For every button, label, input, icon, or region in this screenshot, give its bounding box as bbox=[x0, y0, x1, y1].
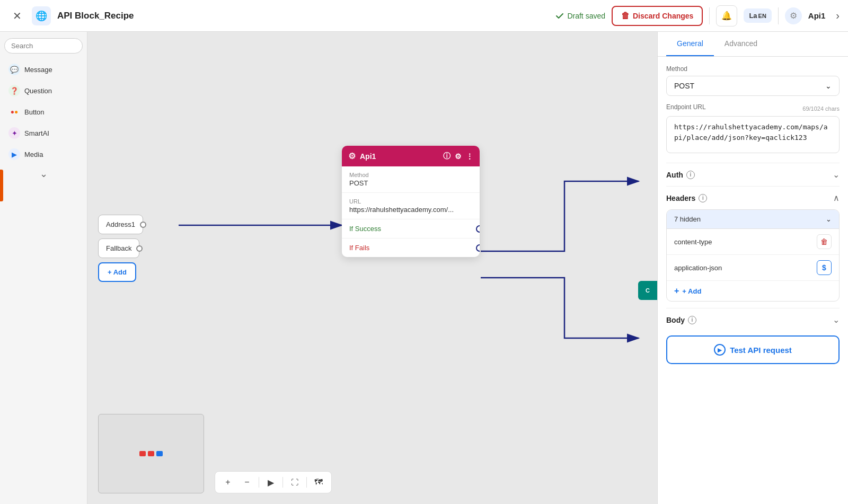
toolbar-separator3 bbox=[306, 477, 307, 488]
endpoint-label: Endpoint URL bbox=[666, 103, 706, 111]
test-api-request-button[interactable]: ▶ Test API request bbox=[666, 335, 840, 364]
sidebar-item-button[interactable]: ●● Button bbox=[4, 102, 83, 121]
message-icon: 💬 bbox=[8, 64, 20, 75]
minimap-block-blue bbox=[156, 451, 163, 456]
panel-expand-arrow[interactable]: › bbox=[836, 10, 840, 22]
sidebar-item-message[interactable]: 💬 Message bbox=[4, 60, 83, 79]
headers-section-header[interactable]: Headers i ∧ bbox=[666, 186, 840, 209]
language-selector[interactable]: La EN bbox=[744, 8, 771, 23]
minimap-block-red1 bbox=[139, 451, 146, 456]
test-play-icon: ▶ bbox=[714, 344, 726, 356]
address1-output-connector bbox=[140, 222, 146, 228]
sidebar: 💬 Message ❓ Question ●● Button ✦ SmartAI… bbox=[0, 32, 87, 504]
fit-view-button[interactable]: ⛶ bbox=[287, 475, 302, 490]
minimap bbox=[98, 414, 204, 493]
api-block-icon: ⚙ bbox=[785, 7, 802, 24]
notifications-button[interactable]: 🔔 bbox=[716, 5, 737, 26]
sidebar-item-smartai[interactable]: ✦ SmartAI bbox=[4, 123, 83, 143]
headers-info-icon: i bbox=[699, 194, 707, 202]
orange-indicator bbox=[0, 170, 3, 201]
auth-info-icon: i bbox=[686, 171, 695, 179]
method-select[interactable]: POST ⌄ bbox=[666, 76, 840, 96]
sidebar-item-media[interactable]: ▶ Media bbox=[4, 145, 83, 164]
search-input[interactable] bbox=[4, 38, 83, 54]
topbar: ✕ 🌐 API Block_Recipe Draft saved 🗑 Disca… bbox=[0, 0, 848, 32]
draft-status: Draft saved bbox=[555, 12, 605, 20]
hidden-dropdown-chevron: ⌄ bbox=[826, 215, 832, 223]
api-fail-section: If Fails bbox=[342, 238, 480, 257]
globe-icon: 🌐 bbox=[32, 6, 51, 25]
body-info-icon: i bbox=[688, 316, 696, 324]
headers-box: 7 hidden ⌄ content-type 🗑 application-js… bbox=[666, 209, 840, 302]
zoom-in-button[interactable]: + bbox=[220, 475, 235, 490]
headers-hidden-dropdown[interactable]: 7 hidden ⌄ bbox=[667, 210, 839, 229]
fallback-output-connector bbox=[136, 245, 143, 252]
api-method-section: Method POST bbox=[342, 166, 480, 193]
body-section-header[interactable]: Body i ⌄ bbox=[666, 308, 840, 331]
api-info-icon[interactable]: ⓘ bbox=[443, 152, 450, 161]
question-icon: ❓ bbox=[8, 85, 20, 96]
separator bbox=[709, 7, 710, 24]
minimap-block-red2 bbox=[148, 451, 154, 456]
auth-collapse-icon: ⌄ bbox=[833, 170, 840, 180]
right-panel-content: Method POST ⌄ Endpoint URL 69/1024 chars… bbox=[658, 57, 848, 504]
api-node[interactable]: ⚙ Api1 ⓘ ⚙ ⋮ Method POST URL https://rah… bbox=[342, 146, 480, 257]
success-connector bbox=[476, 225, 480, 233]
right-panel-tabs: General Advanced bbox=[658, 32, 848, 57]
header-row-content-type: content-type 🗑 bbox=[667, 229, 839, 255]
endpoint-char-count: 69/1024 chars bbox=[802, 105, 840, 112]
api-node-body: Method POST URL https://rahulshettyacade… bbox=[342, 166, 480, 257]
sidebar-expand-button[interactable]: ⌄ bbox=[4, 166, 83, 182]
auth-section-header[interactable]: Auth i ⌄ bbox=[666, 163, 840, 186]
page-title: API Block_Recipe bbox=[57, 11, 300, 21]
api-node-title: Api1 bbox=[360, 152, 376, 161]
tab-advanced[interactable]: Advanced bbox=[714, 32, 768, 56]
body-collapse-icon: ⌄ bbox=[833, 315, 840, 325]
api-more-icon[interactable]: ⋮ bbox=[466, 152, 473, 161]
main-area: 💬 Message ❓ Question ●● Button ✦ SmartAI… bbox=[0, 32, 848, 504]
api-settings-icon[interactable]: ⚙ bbox=[455, 152, 462, 161]
headers-collapse-icon: ∧ bbox=[833, 193, 840, 203]
discard-changes-button[interactable]: 🗑 Discard Changes bbox=[612, 6, 703, 26]
close-button[interactable]: ✕ bbox=[8, 7, 25, 24]
teal-endpoint-block: C bbox=[638, 281, 657, 300]
api-node-header: ⚙ Api1 ⓘ ⚙ ⋮ bbox=[342, 146, 480, 166]
zoom-out-button[interactable]: − bbox=[240, 475, 254, 490]
headers-section: Headers i ∧ 7 hidden ⌄ content-type 🗑 bbox=[666, 186, 840, 302]
dollar-variable-button[interactable]: $ bbox=[817, 260, 832, 275]
method-dropdown-icon: ⌄ bbox=[825, 82, 832, 90]
endpoint-url-field: Endpoint URL 69/1024 chars https://rahul… bbox=[666, 103, 840, 163]
play-button[interactable]: ▶ bbox=[263, 475, 278, 490]
tab-general[interactable]: General bbox=[666, 32, 714, 56]
api-url-section: URL https://rahulshettyacademy.com/... bbox=[342, 193, 480, 219]
api-node-name: Api1 bbox=[808, 11, 826, 20]
canvas: Address1 Fallback + Add ⚙ Api1 ⓘ ⚙ ⋮ bbox=[87, 32, 657, 504]
headers-add-button[interactable]: + + Add bbox=[667, 281, 839, 301]
button-icon: ●● bbox=[8, 106, 20, 118]
canvas-toolbar: + − ▶ ⛶ 🗺 bbox=[215, 471, 332, 493]
sidebar-item-question[interactable]: ❓ Question bbox=[4, 81, 83, 100]
endpoint-url-input[interactable]: https://rahulshettyacademy.com/maps/api/… bbox=[666, 116, 840, 153]
fail-connector bbox=[476, 244, 480, 252]
fallback-node[interactable]: Fallback bbox=[98, 238, 139, 258]
toolbar-separator2 bbox=[282, 477, 283, 488]
delete-content-type-button[interactable]: 🗑 bbox=[817, 234, 832, 249]
address1-node[interactable]: Address1 bbox=[98, 215, 143, 234]
method-field: Method POST ⌄ bbox=[666, 65, 840, 96]
map-button[interactable]: 🗺 bbox=[311, 475, 326, 490]
toolbar-separator bbox=[259, 477, 259, 488]
smartai-icon: ✦ bbox=[8, 127, 20, 139]
header-row-app-json: application-json $ bbox=[667, 255, 839, 281]
api-success-section: If Success bbox=[342, 219, 480, 238]
right-panel: General Advanced Method POST ⌄ Endpoint … bbox=[657, 32, 848, 504]
add-node-button[interactable]: + Add bbox=[98, 262, 136, 282]
api-node-header-icons: ⓘ ⚙ ⋮ bbox=[443, 152, 473, 161]
media-icon: ▶ bbox=[8, 148, 20, 160]
method-label: Method bbox=[666, 65, 840, 73]
